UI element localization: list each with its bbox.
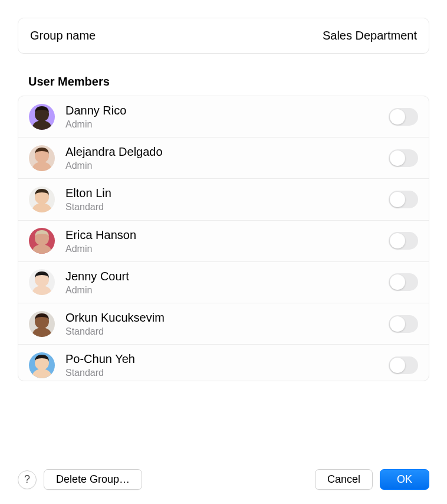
member-info: Elton LinStandard xyxy=(65,186,389,212)
avatar xyxy=(29,352,55,378)
member-row: Alejandra DelgadoAdmin xyxy=(18,138,429,179)
member-info: Danny RicoAdmin xyxy=(65,103,389,130)
member-info: Orkun KucuksevimStandard xyxy=(65,310,389,337)
member-toggle[interactable] xyxy=(389,108,418,126)
member-row: Danny RicoAdmin xyxy=(18,96,429,138)
member-name: Danny Rico xyxy=(65,103,389,117)
delete-group-button[interactable]: Delete Group… xyxy=(44,469,142,490)
group-name-label: Group name xyxy=(30,29,96,42)
member-role: Standard xyxy=(65,367,389,378)
member-info: Alejandra DelgadoAdmin xyxy=(65,145,389,171)
member-row: Jenny CourtAdmin xyxy=(18,262,429,303)
member-row: Erica HansonAdmin xyxy=(18,221,429,262)
avatar xyxy=(29,269,55,295)
member-toggle[interactable] xyxy=(389,149,418,167)
member-role: Standard xyxy=(65,326,389,337)
member-role: Admin xyxy=(65,119,389,130)
member-toggle[interactable] xyxy=(389,315,418,333)
member-name: Orkun Kucuksevim xyxy=(65,310,389,325)
member-role: Admin xyxy=(65,243,389,254)
member-name: Erica Hanson xyxy=(65,228,389,242)
member-name: Jenny Court xyxy=(65,269,389,283)
avatar xyxy=(29,311,55,337)
member-name: Po-Chun Yeh xyxy=(65,352,389,366)
avatar xyxy=(29,104,55,130)
help-button[interactable]: ? xyxy=(18,470,37,489)
member-info: Erica HansonAdmin xyxy=(65,228,389,254)
member-name: Alejandra Delgado xyxy=(65,145,389,159)
member-name: Elton Lin xyxy=(65,186,389,200)
avatar xyxy=(29,228,55,254)
member-info: Jenny CourtAdmin xyxy=(65,269,389,296)
user-members-list: Danny RicoAdmin Alejandra DelgadoAdmin E… xyxy=(18,96,429,381)
ok-button[interactable]: OK xyxy=(380,469,429,490)
member-role: Admin xyxy=(65,160,389,171)
member-role: Standard xyxy=(65,201,389,212)
section-title-user-members: User Members xyxy=(18,75,429,89)
member-info: Po-Chun YehStandard xyxy=(65,352,389,378)
member-role: Admin xyxy=(65,284,389,296)
member-toggle[interactable] xyxy=(389,191,418,208)
member-row: Orkun KucuksevimStandard xyxy=(18,303,429,345)
member-toggle[interactable] xyxy=(389,232,418,250)
member-row: Elton LinStandard xyxy=(18,179,429,220)
dialog-footer: ? Delete Group… Cancel OK xyxy=(18,457,429,490)
member-row: Po-Chun YehStandard xyxy=(18,345,429,381)
cancel-button[interactable]: Cancel xyxy=(315,469,373,490)
avatar xyxy=(29,186,55,212)
group-name-row[interactable]: Group name Sales Department xyxy=(18,18,429,54)
avatar xyxy=(29,145,55,171)
group-name-value: Sales Department xyxy=(323,29,417,42)
member-toggle[interactable] xyxy=(389,356,418,374)
member-toggle[interactable] xyxy=(389,273,418,291)
